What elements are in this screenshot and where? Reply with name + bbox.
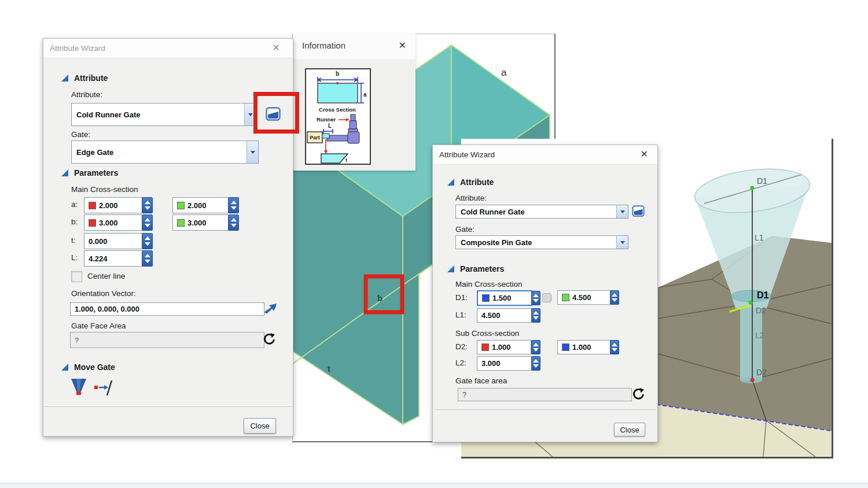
spinner-d1[interactable]	[531, 291, 540, 305]
attribute-wizard-dialog-right: Attribute Wizard ✕ Attribute Attribute: …	[432, 145, 658, 442]
close-button-label: Close	[620, 426, 639, 434]
gate-label: Gate:	[455, 225, 475, 234]
move-gate-button[interactable]	[70, 378, 87, 396]
orientation-vector-input[interactable]: 1.000, 0.000, 0.000	[70, 302, 264, 316]
spinner-a[interactable]	[142, 197, 153, 213]
gate-dropdown[interactable]: Composite Pin Gate	[455, 235, 628, 249]
scene-label-d2-bottom: D2	[756, 368, 767, 377]
color-chip-red	[89, 219, 96, 227]
bottom-strip	[0, 483, 868, 488]
close-button[interactable]: Close	[244, 418, 276, 434]
gate-dropdown-value: Edge Gate	[72, 148, 247, 157]
param-label-d1: D1:	[455, 293, 468, 302]
spinner-d1b[interactable]	[610, 290, 619, 305]
param-label-l1: L1:	[455, 310, 466, 319]
attribute-label: Attribute:	[71, 90, 102, 99]
color-chip-red	[89, 202, 96, 209]
chevron-down-icon[interactable]	[616, 205, 628, 218]
param-input-d2b[interactable]: 1.000	[557, 340, 610, 354]
spinner-L[interactable]	[142, 250, 153, 267]
refresh-area-button[interactable]	[261, 331, 277, 347]
main-cross-section-label: Main Cross-section	[455, 280, 523, 289]
refresh-icon	[262, 332, 276, 346]
param-input-l2[interactable]: 3.000	[477, 356, 535, 371]
close-icon[interactable]: ✕	[641, 149, 648, 160]
param-input-l1[interactable]: 4.500	[477, 308, 535, 323]
spinner-l1[interactable]	[531, 308, 540, 323]
refresh-icon	[631, 387, 645, 401]
chevron-down-icon[interactable]	[616, 236, 628, 249]
section-collapse-icon[interactable]	[61, 75, 68, 82]
param-value-l2: 3.000	[481, 359, 501, 368]
section-collapse-icon[interactable]	[447, 179, 454, 186]
spinner-b2[interactable]	[228, 215, 239, 231]
center-line-checkbox[interactable]	[71, 271, 82, 282]
move-to-line-icon	[94, 380, 113, 395]
param-input-d1[interactable]: 1.500	[477, 290, 532, 306]
diagram-dim-b: b	[336, 71, 339, 77]
spinner-a2[interactable]	[228, 197, 239, 213]
param-label-b: b:	[71, 217, 78, 226]
spinner-l2[interactable]	[531, 356, 540, 371]
diagram-dim-a: a	[363, 91, 367, 98]
spinner-b[interactable]	[142, 215, 153, 231]
spinner-d2[interactable]	[531, 340, 540, 354]
gate-face-area-label: Gate Face Area	[71, 321, 126, 330]
param-input-L[interactable]: 4.224	[84, 250, 146, 267]
chevron-down-icon[interactable]	[247, 141, 258, 163]
sub-cross-section-label: Sub Cross-section	[455, 329, 519, 338]
open-attribute-library-button[interactable]	[631, 205, 645, 217]
attribute-dropdown[interactable]: Cold Runner Gate	[455, 205, 628, 219]
param-value-a: 2.000	[99, 201, 118, 210]
scene-label-l1: L1	[755, 233, 764, 242]
gate-face-area-input: ?	[70, 332, 264, 348]
pick-orientation-button[interactable]	[263, 301, 278, 315]
param-value-a2: 2.000	[187, 201, 207, 210]
close-button[interactable]: Close	[614, 423, 645, 437]
refresh-area-button[interactable]	[630, 386, 646, 402]
right-dialog-titlebar[interactable]: Attribute Wizard	[433, 145, 657, 165]
attribute-dropdown[interactable]: Cold Runner Gate	[71, 103, 256, 126]
param-input-a2[interactable]: 2.000	[172, 197, 229, 213]
pick-direction-icon	[263, 302, 277, 314]
gate-dropdown-value: Composite Pin Gate	[456, 238, 616, 247]
spinner-d2b[interactable]	[610, 340, 619, 354]
attribute-dropdown-value: Cold Runner Gate	[456, 208, 616, 216]
center-line-label: Center line	[87, 272, 125, 280]
close-icon[interactable]: ✕	[273, 42, 280, 54]
param-value-d1: 1.500	[492, 294, 512, 302]
param-value-l1: 4.500	[481, 311, 501, 320]
gate-dropdown[interactable]: Edge Gate	[71, 141, 259, 164]
param-input-a[interactable]: 2.000	[84, 197, 142, 213]
scene-label-d1-mid: D1	[757, 290, 769, 300]
sync-toggle-button[interactable]	[542, 293, 551, 302]
color-chip-green	[177, 202, 185, 209]
section-collapse-icon[interactable]	[447, 265, 454, 272]
left-dialog-titlebar[interactable]: Attribute Wizard	[43, 39, 293, 58]
gate-face-area-input: ?	[458, 388, 632, 401]
color-chip-blue	[562, 343, 569, 351]
info-panel-title: Information	[302, 40, 345, 50]
param-input-d1b[interactable]: 4.500	[557, 290, 610, 305]
gate-face-area-value: ?	[75, 336, 79, 345]
param-value-d1b: 4.500	[572, 293, 591, 302]
scene-label-l2: L2	[755, 331, 764, 340]
param-input-t[interactable]: 0.000	[84, 233, 146, 249]
param-input-b2[interactable]: 3.000	[172, 215, 229, 231]
param-input-b[interactable]: 3.000	[84, 215, 142, 231]
spinner-t[interactable]	[142, 233, 153, 249]
param-input-d2[interactable]: 1.000	[477, 340, 531, 354]
diagram-dim-t: t	[345, 157, 347, 163]
edge-label-b: b	[377, 293, 382, 303]
diagram-part-label: Part	[310, 135, 320, 141]
param-label-L: L:	[71, 253, 78, 262]
section-collapse-icon[interactable]	[61, 169, 68, 176]
footer-divider	[435, 409, 656, 410]
move-gate-to-point-button[interactable]	[93, 380, 114, 396]
param-label-t: t:	[71, 236, 76, 245]
diagram-runner-label: Runner	[317, 116, 336, 123]
section-collapse-icon[interactable]	[61, 364, 68, 371]
parameters-section-header: Parameters	[460, 264, 504, 273]
main-cross-section-label: Main Cross-section	[71, 185, 138, 194]
close-icon[interactable]: ✕	[399, 40, 406, 51]
